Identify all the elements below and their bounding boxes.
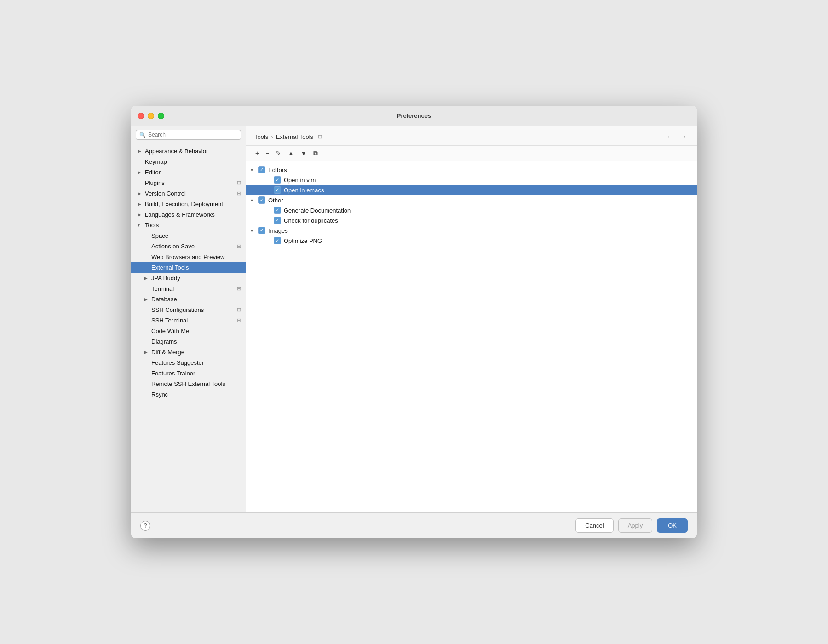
sidebar-item-features-suggester[interactable]: Features Suggester — [131, 357, 246, 368]
tree-item-label: Open in emacs — [284, 187, 324, 194]
sidebar-item-label: Database — [151, 296, 241, 303]
chevron-icon: ▶ — [144, 297, 150, 302]
breadcrumb: Tools › External Tools ⊟ — [254, 133, 322, 140]
sidebar-item-external-tools[interactable]: External Tools — [131, 262, 246, 273]
sidebar-item-keymap[interactable]: Keymap — [131, 156, 246, 167]
minimize-button[interactable] — [148, 113, 154, 119]
preferences-window: Preferences 🔍 ▶ Appearance & Behavior — [131, 106, 697, 538]
sidebar-item-label: Build, Execution, Deployment — [145, 201, 241, 207]
sidebar-item-languages-frameworks[interactable]: ▶ Languages & Frameworks — [131, 209, 246, 220]
tree-group-images[interactable]: ▾ ✓ Images — [246, 225, 697, 236]
sidebar-item-ssh-configurations[interactable]: SSH Configurations ⊞ — [131, 305, 246, 315]
sidebar-item-build-execution[interactable]: ▶ Build, Execution, Deployment — [131, 199, 246, 209]
tree-item-check-duplicates[interactable]: ✓ Check for duplicates — [246, 215, 697, 225]
sidebar-item-code-with-me[interactable]: Code With Me — [131, 326, 246, 336]
breadcrumb-separator: › — [271, 133, 273, 140]
sidebar-item-label: Keymap — [145, 158, 241, 165]
sidebar-item-tools[interactable]: ▾ Tools — [131, 220, 246, 230]
sidebar-item-label: Diagrams — [151, 338, 241, 345]
close-button[interactable] — [138, 113, 144, 119]
nav-back-button[interactable]: ← — [665, 132, 676, 142]
sidebar-item-label: External Tools — [151, 264, 241, 271]
nav-arrows: ← → — [665, 132, 689, 142]
nav-forward-button[interactable]: → — [678, 132, 689, 142]
help-button[interactable]: ? — [140, 521, 150, 531]
sidebar-item-database[interactable]: ▶ Database — [131, 294, 246, 305]
checkbox-editors[interactable]: ✓ — [258, 166, 265, 173]
cancel-button[interactable]: Cancel — [575, 518, 613, 533]
sidebar-item-label: Version Control — [145, 190, 235, 197]
search-box: 🔍 — [131, 126, 246, 144]
tree-item-open-in-emacs[interactable]: ✓ Open in emacs — [246, 185, 697, 195]
add-tool-button[interactable]: + — [253, 149, 262, 158]
tree-group-label: Images — [268, 227, 288, 234]
search-input[interactable] — [148, 132, 237, 138]
chevron-icon: ▶ — [138, 201, 143, 207]
chevron-icon: ▶ — [138, 149, 143, 154]
search-input-wrap[interactable]: 🔍 — [136, 130, 241, 140]
sidebar-item-diagrams[interactable]: Diagrams — [131, 336, 246, 347]
sidebar-item-space[interactable]: Space — [131, 230, 246, 241]
tree-item-optimize-png[interactable]: ✓ Optimize PNG — [246, 236, 697, 246]
move-up-button[interactable]: ▲ — [285, 149, 297, 158]
chevron-down-icon: ▾ — [251, 228, 257, 233]
chevron-icon: ▶ — [144, 276, 150, 281]
settings-icon: ⊞ — [237, 317, 241, 323]
breadcrumb-current: External Tools — [276, 133, 313, 140]
settings-icon: ⊞ — [237, 286, 241, 292]
sidebar-item-appearance-behavior[interactable]: ▶ Appearance & Behavior — [131, 146, 246, 156]
sidebar-item-label: Diff & Merge — [151, 349, 241, 356]
tree-group-label: Other — [268, 197, 283, 204]
settings-icon: ⊞ — [237, 190, 241, 196]
tree-group-other[interactable]: ▾ ✓ Other — [246, 195, 697, 205]
sidebar-item-rsync[interactable]: Rsync — [131, 389, 246, 400]
tree-item-open-in-vim[interactable]: ✓ Open in vim — [246, 175, 697, 185]
sidebar-item-remote-ssh-external[interactable]: Remote SSH External Tools — [131, 379, 246, 389]
maximize-button[interactable] — [158, 113, 164, 119]
tree-item-label: Generate Documentation — [284, 207, 351, 214]
sidebar-item-jpa-buddy[interactable]: ▶ JPA Buddy — [131, 273, 246, 283]
search-icon: 🔍 — [139, 132, 146, 138]
apply-button[interactable]: Apply — [618, 518, 653, 533]
sidebar-item-ssh-terminal[interactable]: SSH Terminal ⊞ — [131, 315, 246, 326]
traffic-lights — [138, 113, 164, 119]
sidebar-item-label: Editor — [145, 169, 241, 176]
checkbox-check-duplicates[interactable]: ✓ — [274, 217, 281, 224]
bottom-buttons: Cancel Apply OK — [575, 518, 688, 533]
checkbox-emacs[interactable]: ✓ — [274, 186, 281, 194]
titlebar: Preferences — [131, 106, 697, 126]
tree-container: ▾ ✓ Editors ✓ Open in vim — [246, 161, 697, 512]
sidebar-item-actions-on-save[interactable]: Actions on Save ⊞ — [131, 241, 246, 252]
checkbox-vim[interactable]: ✓ — [274, 176, 281, 184]
sidebar-item-features-trainer[interactable]: Features Trainer — [131, 368, 246, 379]
tree-group-editors[interactable]: ▾ ✓ Editors — [246, 165, 697, 175]
move-down-button[interactable]: ▼ — [298, 149, 310, 158]
tree-item-label: Optimize PNG — [284, 237, 322, 244]
ok-button[interactable]: OK — [657, 518, 688, 533]
sidebar-item-label: SSH Terminal — [151, 317, 235, 324]
edit-tool-button[interactable]: ✎ — [273, 149, 284, 158]
sidebar-item-diff-merge[interactable]: ▶ Diff & Merge — [131, 347, 246, 357]
tree-item-label: Check for duplicates — [284, 217, 338, 224]
tree-item-generate-docs[interactable]: ✓ Generate Documentation — [246, 205, 697, 215]
checkbox-other[interactable]: ✓ — [258, 196, 265, 204]
sidebar-item-terminal[interactable]: Terminal ⊞ — [131, 283, 246, 294]
checkbox-generate-docs[interactable]: ✓ — [274, 207, 281, 214]
sidebar-item-plugins[interactable]: Plugins ⊞ — [131, 178, 246, 188]
remove-tool-button[interactable]: − — [263, 149, 272, 158]
sidebar-item-label: Terminal — [151, 285, 235, 292]
checkbox-optimize-png[interactable]: ✓ — [274, 237, 281, 244]
sidebar-item-web-browsers[interactable]: Web Browsers and Preview — [131, 252, 246, 262]
checkbox-images[interactable]: ✓ — [258, 227, 265, 234]
breadcrumb-parent[interactable]: Tools — [254, 133, 268, 140]
sidebar-item-editor[interactable]: ▶ Editor — [131, 167, 246, 178]
copy-tool-button[interactable]: ⧉ — [310, 149, 321, 158]
settings-icon: ⊞ — [237, 243, 241, 249]
sidebar-item-version-control[interactable]: ▶ Version Control ⊞ — [131, 188, 246, 199]
chevron-down-icon: ▾ — [251, 167, 257, 172]
sidebar-item-label: JPA Buddy — [151, 275, 241, 282]
sidebar-item-label: Tools — [145, 222, 241, 229]
main-header: Tools › External Tools ⊟ ← → — [246, 126, 697, 146]
chevron-down-icon: ▾ — [138, 223, 143, 228]
sidebar-item-label: Plugins — [145, 179, 235, 186]
